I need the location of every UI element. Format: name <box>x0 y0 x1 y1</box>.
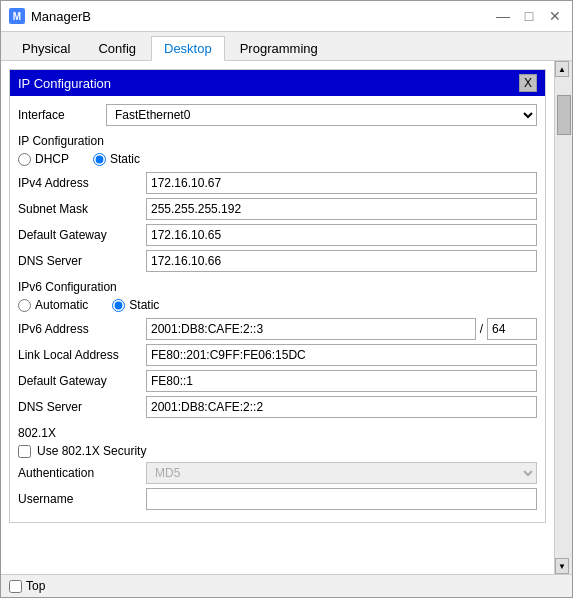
ip-config-header: IP Configuration X <box>10 70 545 96</box>
auto-option[interactable]: Automatic <box>18 298 88 312</box>
default-gateway-row: Default Gateway <box>18 224 537 246</box>
dns-server-input[interactable] <box>146 250 537 272</box>
ipv6-address-label: IPv6 Address <box>18 322 138 336</box>
ip-config-close-button[interactable]: X <box>519 74 537 92</box>
auto-radio[interactable] <box>18 299 31 312</box>
window-controls: — □ ✕ <box>494 7 564 25</box>
auto-label: Automatic <box>35 298 88 312</box>
username-label: Username <box>18 492 138 506</box>
static6-radio[interactable] <box>112 299 125 312</box>
8021x-section-title: 802.1X <box>18 426 537 440</box>
ipv4-address-row: IPv4 Address <box>18 172 537 194</box>
interface-row: Interface FastEthernet0 <box>18 104 537 126</box>
ipv6-address-row: IPv6 Address / <box>18 318 537 340</box>
ip-config-section-title: IP Configuration <box>18 134 537 148</box>
minimize-button[interactable]: — <box>494 7 512 25</box>
link-local-row: Link Local Address <box>18 344 537 366</box>
link-local-label: Link Local Address <box>18 348 138 362</box>
static-radio[interactable] <box>93 153 106 166</box>
auth-row: Authentication MD5 <box>18 462 537 484</box>
ipv4-address-input[interactable] <box>146 172 537 194</box>
scroll-down-arrow[interactable]: ▼ <box>555 558 569 574</box>
use-8021x-checkbox[interactable] <box>18 445 31 458</box>
static6-label: Static <box>129 298 159 312</box>
default-gateway-label: Default Gateway <box>18 228 138 242</box>
dhcp-option[interactable]: DHCP <box>18 152 69 166</box>
default-gateway6-input[interactable] <box>146 370 537 392</box>
content-panel: IP Configuration X Interface FastEtherne… <box>1 61 554 574</box>
top-checkbox-label[interactable]: Top <box>9 579 45 593</box>
default-gateway6-row: Default Gateway <box>18 370 537 392</box>
static-option[interactable]: Static <box>93 152 140 166</box>
default-gateway6-label: Default Gateway <box>18 374 138 388</box>
tab-config[interactable]: Config <box>85 36 149 60</box>
interface-select[interactable]: FastEthernet0 <box>106 104 537 126</box>
dns-server-label: DNS Server <box>18 254 138 268</box>
ipv4-address-label: IPv4 Address <box>18 176 138 190</box>
subnet-mask-row: Subnet Mask <box>18 198 537 220</box>
use-8021x-label: Use 802.1X Security <box>37 444 146 458</box>
default-gateway-input[interactable] <box>146 224 537 246</box>
ipv6-mode-row: Automatic Static <box>18 298 537 312</box>
main-content: IP Configuration X Interface FastEtherne… <box>1 61 572 574</box>
ipv6-address-input[interactable] <box>146 318 476 340</box>
bottom-bar: Top <box>1 574 572 597</box>
interface-label: Interface <box>18 108 98 122</box>
dhcp-label: DHCP <box>35 152 69 166</box>
tab-programming[interactable]: Programming <box>227 36 331 60</box>
title-bar: M ManagerB — □ ✕ <box>1 1 572 32</box>
top-label: Top <box>26 579 45 593</box>
dns-server6-row: DNS Server <box>18 396 537 418</box>
scroll-thumb[interactable] <box>557 95 571 135</box>
top-checkbox[interactable] <box>9 580 22 593</box>
ipv6-prefix-input[interactable] <box>487 318 537 340</box>
scroll-track-empty <box>555 135 572 558</box>
ipv4-mode-row: DHCP Static <box>18 152 537 166</box>
ip-config-title: IP Configuration <box>18 76 111 91</box>
username-row: Username <box>18 488 537 510</box>
close-button[interactable]: ✕ <box>546 7 564 25</box>
app-icon: M <box>9 8 25 24</box>
right-panel: ▲ ▼ <box>554 61 572 574</box>
scroll-up-arrow[interactable]: ▲ <box>555 61 569 77</box>
maximize-button[interactable]: □ <box>520 7 538 25</box>
username-input[interactable] <box>146 488 537 510</box>
ip-config-dialog: IP Configuration X Interface FastEtherne… <box>9 69 546 523</box>
static6-option[interactable]: Static <box>112 298 159 312</box>
use-8021x-row: Use 802.1X Security <box>18 444 537 458</box>
subnet-mask-input[interactable] <box>146 198 537 220</box>
auth-select[interactable]: MD5 <box>146 462 537 484</box>
subnet-mask-label: Subnet Mask <box>18 202 138 216</box>
dns-server-row: DNS Server <box>18 250 537 272</box>
window-title: ManagerB <box>31 9 488 24</box>
tab-desktop[interactable]: Desktop <box>151 36 225 61</box>
main-window: M ManagerB — □ ✕ Physical Config Desktop… <box>0 0 573 598</box>
dhcp-radio[interactable] <box>18 153 31 166</box>
ipv6-config-section-title: IPv6 Configuration <box>18 280 537 294</box>
auth-label: Authentication <box>18 466 138 480</box>
ip-config-body: Interface FastEthernet0 IP Configuration… <box>10 96 545 522</box>
dns-server6-label: DNS Server <box>18 400 138 414</box>
link-local-input[interactable] <box>146 344 537 366</box>
prefix-separator: / <box>480 322 483 336</box>
tab-physical[interactable]: Physical <box>9 36 83 60</box>
ipv6-input-group: / <box>146 318 537 340</box>
tab-bar: Physical Config Desktop Programming <box>1 32 572 61</box>
static-label: Static <box>110 152 140 166</box>
dns-server6-input[interactable] <box>146 396 537 418</box>
